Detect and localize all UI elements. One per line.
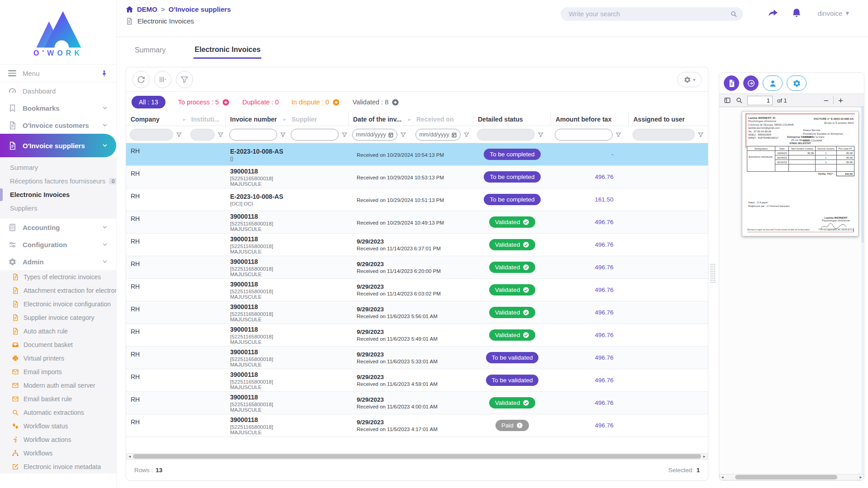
sidebar-subitem-auto-attach-rule[interactable]: Auto attach rule xyxy=(0,324,116,338)
table-row[interactable]: RHE-2023-10-008-AS[]Received on 10/29/20… xyxy=(126,143,708,166)
table-row[interactable]: RH39000118[52251165800018] MAJUSCULE9/29… xyxy=(126,414,708,437)
sidebar-item-admin[interactable]: Admin xyxy=(0,253,116,270)
filter-pill-validated-8[interactable]: Validated : 8 xyxy=(353,99,400,106)
sidebar-subitem-automatic-extractions[interactable]: Automatic extractions xyxy=(0,406,116,419)
sidebar-subitem-types-of-electronic-invoices[interactable]: Types of electronic invoices xyxy=(0,270,116,284)
column-header-invoice-number[interactable]: Invoice number▸ xyxy=(226,113,287,126)
pdf-horizontal-scrollbar[interactable]: ◄ ► xyxy=(719,474,864,480)
calendar-icon[interactable] xyxy=(451,132,457,138)
tab-electronic-invoices[interactable]: Electronic Invoices xyxy=(193,42,261,59)
sidebar-subitem-email-imports[interactable]: Email imports xyxy=(0,365,116,379)
scroll-left-arrow-icon[interactable]: ◄ xyxy=(720,474,725,480)
zoom-in-button[interactable]: + xyxy=(838,96,843,105)
amount-link[interactable]: 161.50 xyxy=(595,196,613,203)
filter-button[interactable] xyxy=(176,71,193,88)
column-header-date-of-the-inv[interactable]: Date of the inv...▸ xyxy=(349,113,412,126)
filter-input-company[interactable] xyxy=(130,129,173,141)
filter-pill-in-dispute-0[interactable]: In dispute : 0 xyxy=(292,99,340,106)
column-header-amount-before-tax[interactable]: Amount before tax xyxy=(551,113,629,126)
sidebar-toggle-icon[interactable] xyxy=(724,97,731,104)
panel-resize-handle[interactable] xyxy=(710,263,716,283)
sidebar-subitem-workflow-status[interactable]: Workflow status xyxy=(0,419,116,433)
sidebar-subitem-modern-auth-email-server[interactable]: Modern auth email server xyxy=(0,379,116,392)
table-row[interactable]: RH39000118[52251165800018] MAJUSCULE9/29… xyxy=(126,347,708,369)
table-horizontal-scrollbar[interactable]: ◄ ► xyxy=(127,453,708,460)
table-row[interactable]: RH39000118[52251165800018] MAJUSCULE9/29… xyxy=(126,256,708,279)
sidebar-subitem-virtual-printers[interactable]: Virtual printers xyxy=(0,352,116,365)
scrollbar-thumb[interactable] xyxy=(735,475,837,479)
tab-summary[interactable]: Summary xyxy=(134,42,166,58)
table-row[interactable]: RH39000118[52251165800018] MAJUSCULERece… xyxy=(126,166,708,188)
breadcrumb-section[interactable]: O'Invoice suppliers xyxy=(169,5,231,13)
plus-circle-icon[interactable] xyxy=(392,99,399,106)
table-row[interactable]: RH39000118[52251165800018] MAJUSCULE9/29… xyxy=(126,324,708,347)
user-menu[interactable]: dinvoice ▾ xyxy=(817,9,849,17)
page-number-input[interactable] xyxy=(747,96,773,105)
bell-icon[interactable] xyxy=(791,8,802,19)
funnel-icon[interactable] xyxy=(400,131,406,138)
assign-user-button[interactable] xyxy=(763,75,783,91)
filter-input-instituti[interactable] xyxy=(190,129,215,141)
sidebar-item-configuration[interactable]: Configuration xyxy=(0,236,116,253)
menu-toggle[interactable]: Menu xyxy=(0,64,116,82)
pdf-vertical-scrollbar[interactable] xyxy=(861,107,864,474)
open-invoice-button[interactable] xyxy=(743,75,759,91)
filter-input-detailed-status[interactable] xyxy=(477,129,535,141)
amount-link[interactable]: 496.76 xyxy=(595,354,613,361)
amount-link[interactable]: 496.76 xyxy=(595,174,613,180)
sidebar-subitem-workflows[interactable]: Workflows xyxy=(0,446,116,460)
columns-button[interactable] xyxy=(154,71,171,88)
sidebar-item-o-invoice-customers[interactable]: O'Invoice customers xyxy=(0,117,116,134)
amount-link[interactable]: 496.76 xyxy=(595,309,613,316)
funnel-icon[interactable] xyxy=(280,131,286,138)
scroll-left-arrow-icon[interactable]: ◄ xyxy=(127,454,132,459)
plus-circle-icon[interactable] xyxy=(222,99,230,106)
sidebar-subitem-electronic-invoices[interactable]: Electronic Invoices xyxy=(0,188,116,202)
filter-pill-all-13[interactable]: All : 13 xyxy=(132,96,165,108)
amount-link[interactable]: 496.76 xyxy=(595,219,613,225)
sidebar-subitem-email-basket-rule[interactable]: Email basket rule xyxy=(0,392,116,406)
amount-link[interactable]: 496.76 xyxy=(595,332,613,338)
sidebar-subitem-electronic-invoice-configuration[interactable]: Electronic invoice configuration xyxy=(0,297,116,311)
funnel-icon[interactable] xyxy=(615,131,622,138)
table-row[interactable]: RH39000118[52251165800018] MAJUSCULERece… xyxy=(126,211,708,234)
table-row[interactable]: RHE-2023-10-008-AS[OCI] OCIReceived on 1… xyxy=(126,188,708,211)
sidebar-subitem-supplier-invoice-category[interactable]: Supplier invoice category xyxy=(0,311,116,324)
plus-circle-icon[interactable] xyxy=(332,99,340,106)
table-row[interactable]: RH39000118[52251165800018] MAJUSCULE9/29… xyxy=(126,279,708,301)
scrollbar-thumb[interactable] xyxy=(133,454,701,459)
amount-link[interactable]: 496.76 xyxy=(595,241,613,248)
amount-link[interactable]: 496.76 xyxy=(595,399,613,406)
scroll-right-arrow-icon[interactable]: ► xyxy=(702,454,707,459)
funnel-icon[interactable] xyxy=(341,131,348,138)
sidebar-item-bookmarks[interactable]: Bookmarks xyxy=(0,99,116,117)
sidebar-subitem-electronic-invoice-metadata[interactable]: Electronic invoice metadata xyxy=(0,460,116,474)
funnel-icon[interactable] xyxy=(176,131,182,138)
amount-link[interactable]: 496.76 xyxy=(595,264,613,271)
amount-link[interactable]: 496.76 xyxy=(595,286,613,293)
filter-input-supplier[interactable] xyxy=(291,129,339,141)
column-header-assigned-to-user[interactable]: Assigned to user xyxy=(629,113,708,126)
sidebar-subitem-suppliers[interactable]: Suppliers xyxy=(0,202,116,215)
column-header-detailed-status[interactable]: Detailed status xyxy=(473,113,551,126)
download-pdf-button[interactable] xyxy=(724,75,739,91)
breadcrumb-home[interactable]: DEMO xyxy=(137,5,157,13)
sidebar-item-o-invoice-suppliers[interactable]: O'Invoice suppliers xyxy=(0,134,116,157)
filter-input-invoice-number[interactable] xyxy=(229,129,277,141)
search-icon[interactable] xyxy=(730,10,737,18)
sidebar-subitem-workflow-actions[interactable]: Workflow actions xyxy=(0,433,116,446)
table-settings-button[interactable]: ▾ xyxy=(677,72,702,87)
sidebar-subitem-attachment-extraction-for-electron[interactable]: Attachment extraction for electron xyxy=(0,284,116,297)
column-header-company[interactable]: Company▸ xyxy=(126,113,187,126)
sidebar-item-dashboard[interactable]: Dashboard xyxy=(0,82,116,99)
filter-pill-duplicate-0[interactable]: Duplicate : 0 xyxy=(242,99,279,106)
scroll-right-arrow-icon[interactable]: ► xyxy=(858,474,863,480)
filter-input-date-of-the-inv[interactable]: mm/dd/yyyy xyxy=(352,129,397,141)
sidebar-item-accounting[interactable]: Accounting xyxy=(0,219,116,236)
zoom-out-button[interactable]: − xyxy=(824,96,829,105)
amount-link[interactable]: - xyxy=(612,151,614,158)
scrollbar-thumb[interactable] xyxy=(861,107,864,243)
filter-input-amount-before-tax[interactable] xyxy=(555,129,613,141)
share-icon[interactable] xyxy=(768,8,778,19)
table-row[interactable]: RH39000118[52251165800018] MAJUSCULE9/29… xyxy=(126,369,708,392)
